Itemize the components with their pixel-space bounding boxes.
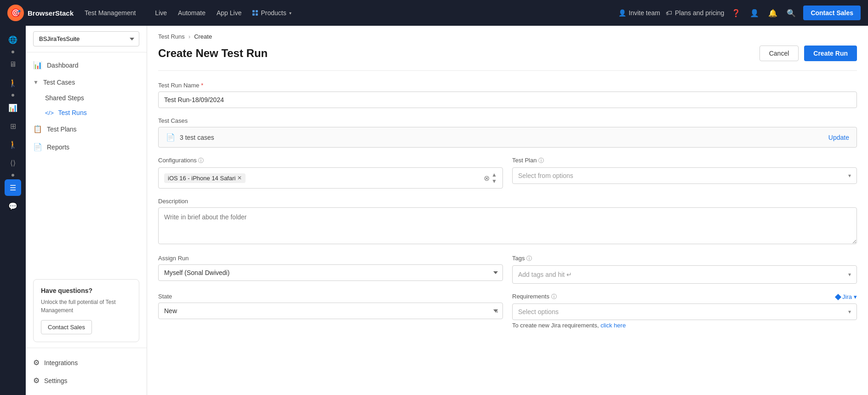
requirements-click-here-link[interactable]: click here bbox=[600, 322, 626, 329]
sidebar-item-settings[interactable]: ⚙ Settings bbox=[26, 372, 147, 389]
create-run-button[interactable]: Create Run bbox=[804, 46, 857, 61]
tags-label: Tags ⓘ bbox=[512, 255, 857, 263]
requirements-info-icon[interactable]: ⓘ bbox=[551, 293, 557, 300]
sidebar-icon-grid[interactable]: ⊞ bbox=[5, 118, 21, 134]
logo-icon: 🎯 bbox=[7, 5, 24, 21]
code-icon: </> bbox=[45, 109, 54, 116]
sidebar-icon-figure[interactable]: 🚶 bbox=[5, 74, 21, 91]
sidebar-dot-1 bbox=[11, 51, 14, 53]
config-tag-text: iOS 16 - iPhone 14 Safari bbox=[168, 175, 235, 182]
jira-label: Jira bbox=[842, 293, 852, 300]
invite-team-btn[interactable]: 👤 Invite team bbox=[618, 9, 660, 17]
help-icon[interactable]: ❓ bbox=[730, 9, 742, 17]
nav-live[interactable]: Live bbox=[150, 6, 171, 19]
test-plan-select[interactable]: Select from options ▾ bbox=[512, 167, 857, 184]
test-cases-count: 3 test cases bbox=[180, 134, 214, 141]
document-icon: 📄 bbox=[166, 133, 175, 142]
jira-chevron-icon: ▾ bbox=[854, 293, 857, 300]
tags-info-icon[interactable]: ⓘ bbox=[526, 255, 532, 262]
sidebar-icon-code[interactable]: ⟨⟩ bbox=[5, 155, 21, 171]
assign-tags-row: Assign Run Myself (Sonal Dwivedi) Tags ⓘ bbox=[158, 255, 857, 293]
tags-field[interactable]: Add tags and hit ↵ ▾ bbox=[512, 265, 857, 284]
sidebar-icon-testmgmt[interactable]: ☰ bbox=[5, 179, 21, 196]
nav-applive[interactable]: App Live bbox=[212, 6, 246, 19]
update-test-cases-btn[interactable]: Update bbox=[828, 134, 849, 141]
suite-dropdown[interactable]: BSJiraTesSuite bbox=[33, 31, 139, 46]
configurations-field[interactable]: iOS 16 - iPhone 14 Safari ✕ ⊗ ▲▼ bbox=[158, 167, 503, 189]
notifications-icon[interactable]: 🔔 bbox=[766, 9, 779, 17]
assign-run-select[interactable]: Myself (Sonal Dwivedi) bbox=[158, 264, 503, 281]
sidebar-item-test-plans[interactable]: 📋 Test Plans bbox=[26, 120, 147, 138]
invite-label: Invite team bbox=[629, 9, 660, 17]
requirements-header: Requirements ⓘ Jira ▾ bbox=[512, 293, 857, 301]
help-title: Have questions? bbox=[41, 287, 131, 294]
brand-logo[interactable]: 🎯 BrowserStack Test Management bbox=[7, 5, 136, 21]
page-actions: Cancel Create Run bbox=[760, 46, 857, 61]
breadcrumb-parent[interactable]: Test Runs bbox=[158, 33, 185, 40]
description-textarea[interactable] bbox=[158, 207, 857, 244]
products-chevron-icon: ▾ bbox=[289, 11, 291, 16]
dashboard-icon: 📊 bbox=[33, 61, 42, 69]
sidebar-item-shared-steps[interactable]: Shared Steps bbox=[26, 91, 147, 105]
sidebar-item-dashboard[interactable]: 📊 Dashboard bbox=[26, 56, 147, 74]
products-grid-icon bbox=[252, 10, 258, 16]
config-tag: iOS 16 - iPhone 14 Safari ✕ bbox=[164, 173, 246, 183]
config-tag-remove-icon[interactable]: ✕ bbox=[237, 175, 242, 181]
suite-selector: BSJiraTesSuite bbox=[26, 26, 147, 52]
integrations-icon: ⚙ bbox=[33, 358, 40, 367]
test-plans-icon: 📋 bbox=[33, 125, 42, 133]
user-icon[interactable]: 👤 bbox=[748, 9, 761, 17]
config-arrows-icon[interactable]: ▲▼ bbox=[491, 172, 497, 184]
sidebar-item-reports[interactable]: 📄 Reports bbox=[26, 138, 147, 156]
sidebar-item-test-runs[interactable]: </> Test Runs bbox=[26, 105, 147, 120]
settings-icon: ⚙ bbox=[33, 376, 40, 385]
config-clear-icon[interactable]: ⊗ bbox=[484, 174, 490, 183]
test-plan-info-icon[interactable]: ⓘ bbox=[538, 157, 544, 164]
test-cases-label: Test Cases bbox=[43, 79, 75, 86]
chevron-down-icon: ▼ bbox=[33, 79, 39, 86]
tags-arrow-icon: ▾ bbox=[848, 271, 851, 278]
tag-icon: 🏷 bbox=[666, 9, 672, 17]
sidebar-icon-msg[interactable]: 💬 bbox=[5, 198, 21, 214]
products-label: Products bbox=[261, 9, 286, 17]
jira-badge[interactable]: Jira ▾ bbox=[836, 293, 857, 300]
state-select[interactable]: New In Progress Completed bbox=[158, 303, 503, 319]
form-area: Test Run Name * Test Cases 📄 3 test case… bbox=[147, 70, 868, 349]
test-runs-label: Test Runs bbox=[58, 109, 86, 116]
sidebar-item-integrations[interactable]: ⚙ Integrations bbox=[26, 354, 147, 372]
configurations-info-icon[interactable]: ⓘ bbox=[198, 157, 204, 164]
nav-products[interactable]: Products ▾ bbox=[248, 6, 296, 19]
test-plan-label: Test Plan ⓘ bbox=[512, 157, 857, 165]
test-cases-left: 📄 3 test cases bbox=[166, 133, 214, 142]
dashboard-label: Dashboard bbox=[47, 62, 79, 69]
configurations-group: Configurations ⓘ iOS 16 - iPhone 14 Safa… bbox=[158, 157, 503, 189]
state-group: State New In Progress Completed ⇅ bbox=[158, 293, 503, 329]
page-title: Create New Test Run bbox=[158, 47, 268, 60]
sidebar-icon-user2[interactable]: 🚶 bbox=[5, 136, 21, 153]
help-box: Have questions? Unlock the full potentia… bbox=[33, 279, 139, 342]
nav-automate[interactable]: Automate bbox=[173, 6, 210, 19]
run-name-input[interactable] bbox=[158, 92, 857, 108]
sidebar-icon-home[interactable]: 🌐 bbox=[5, 31, 21, 48]
tags-placeholder: Add tags and hit ↵ bbox=[518, 271, 572, 278]
breadcrumb-separator: › bbox=[188, 33, 190, 40]
sidebar-icon-chart[interactable]: 📊 bbox=[5, 99, 21, 116]
requirements-select[interactable]: Select options ▾ bbox=[512, 303, 857, 320]
shared-steps-label: Shared Steps bbox=[45, 94, 84, 102]
test-plan-placeholder: Select from options bbox=[518, 172, 573, 179]
sidebar-item-test-cases[interactable]: ▼ Test Cases bbox=[26, 74, 147, 91]
contact-sales-button[interactable]: Contact Sales bbox=[803, 6, 861, 20]
sidebar-icon-monitor[interactable]: 🖥 bbox=[5, 56, 21, 73]
reports-label: Reports bbox=[47, 143, 69, 151]
requirements-label: Requirements ⓘ bbox=[512, 293, 557, 301]
plans-pricing-btn[interactable]: 🏷 Plans and pricing bbox=[666, 9, 724, 17]
product-name: Test Management bbox=[85, 9, 136, 17]
requirements-arrow-icon: ▾ bbox=[848, 309, 851, 315]
required-marker: * bbox=[201, 82, 203, 89]
search-icon[interactable]: 🔍 bbox=[785, 9, 798, 17]
help-contact-btn[interactable]: Contact Sales bbox=[41, 320, 92, 334]
invite-icon: 👤 bbox=[618, 9, 626, 17]
requirements-placeholder: Select options bbox=[518, 308, 559, 315]
run-name-label: Test Run Name * bbox=[158, 82, 857, 89]
cancel-button[interactable]: Cancel bbox=[760, 46, 799, 61]
